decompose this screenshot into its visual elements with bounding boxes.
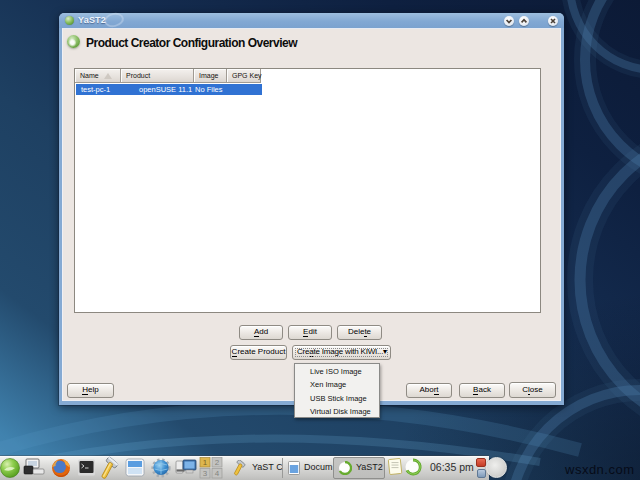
svg-text:3: 3	[203, 469, 208, 478]
svg-text:4: 4	[215, 469, 220, 478]
svg-text:2: 2	[215, 458, 220, 467]
svg-text:1: 1	[203, 458, 208, 467]
